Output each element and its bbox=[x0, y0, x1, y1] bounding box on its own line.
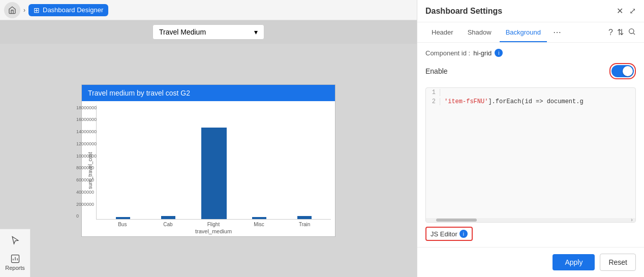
component-id-info-icon[interactable]: i bbox=[495, 49, 503, 57]
tab-header[interactable]: Header bbox=[425, 23, 459, 42]
enable-label: Enable bbox=[425, 67, 448, 75]
dropdown-bar: Travel Medium ▾ bbox=[0, 20, 417, 44]
tab-shadow[interactable]: Shadow bbox=[462, 23, 498, 42]
x-label-flight: Flight bbox=[191, 222, 236, 227]
bar-group-flight bbox=[192, 128, 236, 219]
settings-footer: Apply Reset bbox=[417, 247, 644, 277]
sidebar-item-reports[interactable]: Reports bbox=[3, 252, 27, 273]
scroll-right-icon[interactable]: › bbox=[630, 218, 633, 223]
help-icon[interactable]: ? bbox=[608, 28, 613, 37]
x-labels: Bus Cab Flight Misc Train bbox=[96, 220, 331, 228]
enable-toggle[interactable] bbox=[611, 65, 634, 77]
settings-title: Dashboard Settings bbox=[425, 7, 502, 16]
travel-medium-dropdown[interactable]: Travel Medium ▾ bbox=[152, 24, 264, 40]
dropdown-chevron-icon: ▾ bbox=[254, 28, 258, 36]
tab-background[interactable]: Background bbox=[500, 23, 547, 42]
search-icon[interactable] bbox=[628, 27, 636, 38]
x-label-misc: Misc bbox=[237, 222, 282, 227]
chart-container: Travel medium by travel cost G2 sum_trav… bbox=[81, 84, 335, 237]
top-bar: › ⊞ Dashboard Designer bbox=[0, 0, 417, 20]
x-label-bus: Bus bbox=[100, 222, 145, 227]
close-icon[interactable]: ✕ bbox=[617, 6, 623, 16]
chart-area: Travel medium by travel cost G2 sum_trav… bbox=[0, 44, 417, 277]
code-editor[interactable]: 1 2 'item-fsFNU'].forEach(id => document… bbox=[425, 87, 636, 223]
toggle-knob bbox=[623, 66, 633, 76]
bar-group-cab bbox=[146, 216, 190, 219]
component-id-value: hi-grid bbox=[473, 49, 492, 57]
x-axis-title: travel_medium bbox=[96, 228, 331, 236]
reset-button[interactable]: Reset bbox=[600, 254, 636, 271]
js-editor-label-text: JS Editor bbox=[431, 230, 457, 238]
code-text-2: 'item-fsFNU'].forEach(id => document.g bbox=[444, 98, 584, 105]
home-button[interactable] bbox=[4, 2, 20, 18]
x-label-cab: Cab bbox=[146, 222, 191, 227]
expand-icon[interactable]: ⤢ bbox=[629, 6, 636, 16]
dashboard-icon: ⊞ bbox=[34, 6, 40, 14]
line-number-1: 1 bbox=[426, 89, 440, 96]
breadcrumb-label: Dashboard Designer bbox=[43, 6, 103, 14]
tab-right-icons: ? ⇅ bbox=[608, 27, 636, 38]
enable-toggle-wrapper bbox=[609, 63, 636, 79]
chart-inner: 18000000 16000000 14000000 12000000 1000… bbox=[96, 105, 331, 236]
settings-content: Component id : hi-grid i Enable 1 2 'ite… bbox=[417, 43, 644, 247]
bar-cab bbox=[161, 216, 175, 219]
y-ticks: 18000000 16000000 14000000 12000000 1000… bbox=[76, 105, 97, 219]
dropdown-value: Travel Medium bbox=[159, 28, 206, 36]
sidebar-item-cursor[interactable] bbox=[8, 233, 22, 248]
chart-title: Travel medium by travel cost G2 bbox=[82, 85, 335, 101]
tab-more-button[interactable]: ⋯ bbox=[549, 22, 565, 42]
left-panel: › ⊞ Dashboard Designer Travel Medium ▾ T… bbox=[0, 0, 417, 277]
bar-misc bbox=[252, 217, 266, 219]
reports-label: Reports bbox=[5, 265, 25, 271]
bar-flight bbox=[201, 128, 227, 219]
code-line-2: 2 'item-fsFNU'].forEach(id => document.g bbox=[426, 97, 635, 106]
code-scrollbar[interactable]: › bbox=[426, 218, 635, 222]
breadcrumb-dashboard-designer[interactable]: ⊞ Dashboard Designer bbox=[28, 4, 108, 16]
bar-group-train bbox=[283, 216, 327, 219]
js-editor-button[interactable]: JS Editor i bbox=[425, 227, 473, 241]
x-label-train: Train bbox=[282, 222, 327, 227]
enable-row: Enable bbox=[425, 63, 636, 79]
settings-tabs: Header Shadow Background ⋯ ? ⇅ bbox=[417, 22, 644, 43]
svg-line-5 bbox=[633, 33, 635, 35]
bar-bus bbox=[116, 217, 130, 219]
js-editor-info-icon[interactable]: i bbox=[459, 230, 468, 238]
component-id-label: Component id : bbox=[425, 49, 470, 57]
bottom-left-sidebar: Reports bbox=[0, 229, 30, 277]
bar-train bbox=[297, 216, 312, 219]
breadcrumb-chevron: › bbox=[23, 7, 25, 14]
line-number-2: 2 bbox=[426, 98, 440, 105]
settings-header-icons: ✕ ⤢ bbox=[617, 6, 636, 16]
bars-area: 18000000 16000000 14000000 12000000 1000… bbox=[96, 105, 331, 220]
scrollbar-thumb bbox=[436, 219, 477, 222]
js-editor-row: JS Editor i bbox=[425, 227, 636, 241]
chart-body: sum_travel_cost 18000000 16000000 140000… bbox=[82, 101, 335, 236]
bar-group-misc bbox=[237, 217, 281, 219]
code-line-1: 1 bbox=[426, 88, 635, 97]
component-id-row: Component id : hi-grid i bbox=[425, 49, 636, 57]
settings-header: Dashboard Settings ✕ ⤢ bbox=[417, 0, 644, 22]
right-panel: Dashboard Settings ✕ ⤢ Header Shadow Bac… bbox=[417, 0, 644, 277]
svg-point-4 bbox=[629, 28, 634, 33]
sort-icon[interactable]: ⇅ bbox=[617, 27, 624, 37]
apply-button[interactable]: Apply bbox=[553, 254, 595, 270]
bar-group-bus bbox=[101, 217, 145, 219]
